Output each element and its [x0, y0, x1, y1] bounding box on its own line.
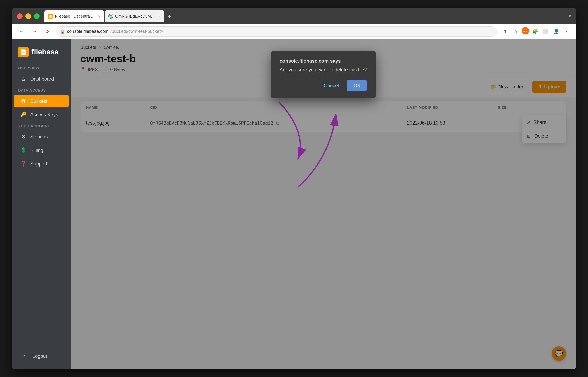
sidebar-toggle-icon[interactable]: ⬜	[541, 27, 550, 36]
billing-icon: 💲	[20, 147, 27, 153]
section-label-data-access: DATA ACCESS	[12, 86, 71, 94]
logo-icon: 📄	[18, 47, 29, 57]
dialog-ok-button[interactable]: OK	[347, 80, 367, 91]
logout-icon: ↩	[22, 353, 29, 359]
browser-content: 📄 filebase OVERVIEW ⌂ Dashboard DATA ACC…	[12, 39, 576, 369]
logo-area: 📄 filebase	[12, 45, 71, 63]
tab-close-filebase[interactable]: ×	[98, 14, 100, 18]
confirm-dialog: console.filebase.com says Are you sure y…	[271, 51, 376, 98]
support-icon: ❓	[20, 161, 27, 167]
dialog-cancel-button[interactable]: Cancel	[319, 80, 344, 91]
sidebar-item-settings[interactable]: ⚙ Settings	[14, 130, 69, 143]
key-icon: 🔑	[20, 111, 27, 118]
sidebar-item-label-dashboard: Dashboard	[30, 76, 54, 82]
bookmark-icon[interactable]: ☆	[511, 27, 520, 36]
share-page-icon[interactable]: ⬆	[501, 27, 510, 36]
tab-favicon-filebase: 📄	[48, 14, 53, 19]
traffic-lights	[17, 13, 40, 19]
metamask-icon[interactable]: 🦊	[522, 27, 529, 34]
new-tab-button[interactable]: +	[165, 12, 174, 21]
bucket-icon: 🗑	[20, 98, 27, 104]
sidebar-item-dashboard[interactable]: ⌂ Dashboard	[14, 72, 69, 85]
browser-titlebar: 📄 Filebase | Decentralized Stora... × 🌐 …	[12, 8, 576, 24]
dialog-message: Are you sure you want to delete this fil…	[280, 67, 367, 73]
forward-button[interactable]: →	[30, 27, 39, 36]
profile-icon[interactable]: 👤	[552, 27, 561, 36]
section-label-your-account: YOUR ACCOUNT	[12, 121, 71, 130]
main-area: Buckets > cwm-te... cwm-test-b 📍 IPFS 🗄 …	[71, 39, 576, 369]
browser-toolbar-icons: ⬆ ☆ 🦊 🧩 ⬜ 👤 ⋮	[501, 27, 571, 36]
tabs-bar: 📄 Filebase | Decentralized Stora... × 🌐 …	[44, 11, 565, 22]
refresh-button[interactable]: ↺	[43, 27, 52, 36]
tab-qmrg[interactable]: 🌐 QmRG4BgEVcD3MuNaL3Sxm... ×	[105, 11, 164, 22]
sidebar-item-logout[interactable]: ↩ Logout	[16, 350, 67, 363]
address-path: /buckets/cwm-test-bucket#	[110, 29, 163, 34]
tab-label-filebase: Filebase | Decentralized Stora...	[55, 14, 95, 19]
address-bar[interactable]: 🔒 console.filebase.com /buckets/cwm-test…	[56, 26, 497, 36]
home-icon: ⌂	[20, 76, 27, 82]
close-window-button[interactable]	[17, 13, 23, 19]
sidebar-item-label-billing: Billing	[30, 148, 43, 153]
tab-close-qmrg[interactable]: ×	[158, 14, 161, 18]
lock-icon: 🔒	[60, 29, 65, 34]
minimize-window-button[interactable]	[25, 13, 31, 19]
tab-favicon-qmrg: 🌐	[108, 14, 113, 19]
sidebar-item-label-access-keys: Access Keys	[30, 112, 58, 118]
sidebar-item-label-logout: Logout	[32, 353, 47, 359]
browser-addressbar: ← → ↺ 🔒 console.filebase.com /buckets/cw…	[12, 24, 576, 39]
logo-text: filebase	[32, 48, 59, 56]
menu-icon[interactable]: ⋮	[562, 27, 571, 36]
sidebar-item-access-keys[interactable]: 🔑 Access Keys	[14, 108, 69, 121]
sidebar-item-buckets[interactable]: 🗑 Buckets	[14, 95, 69, 107]
back-button[interactable]: ←	[17, 27, 26, 36]
dialog-overlay: console.filebase.com says Are you sure y…	[71, 39, 576, 369]
tabs-chevron-icon[interactable]: ▾	[569, 13, 571, 19]
tab-label-qmrg: QmRG4BgEVcD3MuNaL3Sxm...	[115, 14, 156, 19]
sidebar-item-support[interactable]: ❓ Support	[14, 157, 69, 170]
address-host: console.filebase.com	[67, 29, 108, 34]
tab-filebase[interactable]: 📄 Filebase | Decentralized Stora... ×	[44, 11, 104, 22]
sidebar-item-label-settings: Settings	[30, 134, 48, 140]
sidebar-item-label-support: Support	[30, 161, 47, 167]
maximize-window-button[interactable]	[34, 13, 40, 19]
sidebar-item-label-buckets: Buckets	[30, 98, 48, 104]
section-label-overview: OVERVIEW	[12, 63, 71, 72]
dialog-actions: Cancel OK	[280, 80, 367, 91]
sidebar: 📄 filebase OVERVIEW ⌂ Dashboard DATA ACC…	[12, 39, 71, 369]
puzzle-icon[interactable]: 🧩	[531, 27, 540, 36]
sidebar-item-billing[interactable]: 💲 Billing	[14, 144, 69, 157]
settings-icon: ⚙	[20, 134, 27, 140]
dialog-title: console.filebase.com says	[280, 58, 367, 64]
